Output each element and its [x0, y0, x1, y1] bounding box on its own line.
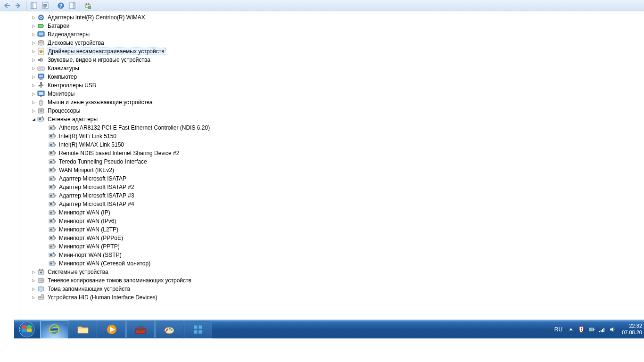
tree-category-label: Батареи — [47, 23, 70, 29]
action-center-icon[interactable] — [578, 326, 585, 333]
tree-category[interactable]: ▷Устройства HID (Human Interface Devices… — [19, 293, 644, 302]
expand-icon[interactable]: ▷ — [31, 295, 36, 300]
usb-icon — [37, 82, 45, 89]
expand-icon[interactable]: ▷ — [31, 278, 36, 283]
keyboard-icon — [37, 65, 45, 72]
tree-category[interactable]: ▷Системные устройства — [19, 268, 644, 276]
expand-icon[interactable]: ▷ — [31, 66, 36, 71]
tree-category[interactable]: ▷Мыши и иные указывающие устройства — [19, 98, 644, 107]
expand-icon[interactable]: ▷ — [31, 82, 36, 88]
tree-category[interactable]: ▷Компьютер — [19, 73, 644, 81]
expand-icon[interactable]: ▷ — [31, 91, 36, 97]
expand-icon[interactable]: ▷ — [31, 269, 36, 275]
tree-device[interactable]: Адаптер Microsoft ISATAP #4 — [19, 200, 644, 208]
expand-icon[interactable]: ▷ — [31, 99, 36, 105]
show-hide-console-tree-button[interactable] — [29, 1, 39, 10]
tree-device-label: Адаптер Microsoft ISATAP #2 — [58, 184, 135, 190]
toolbar-separator — [80, 1, 80, 10]
expand-icon[interactable]: ▷ — [31, 57, 36, 63]
show-hidden-icons[interactable] — [567, 326, 575, 333]
tree-device[interactable]: Atheros AR8132 PCI-E Fast Ethernet Contr… — [19, 123, 644, 132]
svg-rect-40 — [601, 330, 602, 332]
action-pane-button[interactable] — [67, 1, 77, 10]
tree-device[interactable]: Минипорт WAN (PPPoE) — [19, 234, 644, 242]
tree-spacer — [42, 193, 48, 198]
tree-category[interactable]: ▷Процессоры — [19, 107, 644, 115]
svg-rect-3 — [43, 4, 47, 5]
clock[interactable]: 22:32 07.08.20 — [619, 323, 642, 335]
tree-device[interactable]: Адаптер Microsoft ISATAP #2 — [19, 183, 644, 191]
mouse-icon — [37, 99, 45, 106]
tree-device[interactable]: Адаптер Microsoft ISATAP — [19, 174, 644, 183]
tree-category[interactable]: ▷Мониторы — [19, 90, 644, 98]
explorer-icon — [77, 324, 89, 335]
task-items — [40, 320, 212, 338]
tree-category-label: Теневое копирование томов запоминающих у… — [47, 277, 192, 284]
tree-device[interactable]: Intel(R) WiFi Link 5150 — [19, 132, 644, 140]
tree-category[interactable]: ▷Контроллеры USB — [19, 81, 644, 90]
back-button[interactable] — [2, 1, 12, 10]
tree-category-label: Дисковые устройства — [47, 40, 105, 46]
properties-button[interactable] — [40, 1, 50, 10]
tree-device[interactable]: Remote NDIS based Internet Sharing Devic… — [19, 149, 644, 157]
nic-icon — [49, 132, 56, 140]
language-indicator[interactable]: RU — [553, 326, 564, 333]
tree-category[interactable]: ◢Сетевые адаптеры — [19, 115, 644, 123]
svg-rect-5 — [43, 6, 47, 7]
expand-icon[interactable]: ▷ — [31, 23, 36, 29]
tree-device[interactable]: Минипорт WAN (IP) — [19, 208, 644, 217]
tree-category[interactable]: ▷Батареи — [19, 22, 644, 30]
expand-icon[interactable]: ▷ — [31, 49, 36, 54]
tree-category[interactable]: ▷Адаптеры Intel(R) Centrino(R) WiMAX — [19, 13, 644, 22]
tree-category-label: Тома запоминающих устройств — [47, 286, 131, 292]
device-tree[interactable]: ▷Адаптеры Intel(R) Centrino(R) WiMAX▷Бат… — [19, 13, 644, 302]
tree-category[interactable]: ▷Звуковые, видео и игровые устройства — [19, 56, 644, 64]
nic-icon — [49, 243, 56, 250]
tree-category[interactable]: ▷Теневое копирование томов запоминающих … — [19, 276, 644, 285]
tree-category[interactable]: ▷Драйверы несамонастраиваемых устройств — [19, 47, 644, 56]
tree-device[interactable]: Минипорт WAN (L2TP) — [19, 225, 644, 234]
nic-icon — [49, 158, 56, 165]
scan-hardware-button[interactable] — [83, 1, 93, 10]
expand-icon[interactable]: ▷ — [31, 108, 36, 114]
tree-device[interactable]: Минипорт WAN (IPv6) — [19, 217, 644, 225]
volume-icon[interactable] — [609, 326, 616, 333]
expand-icon[interactable]: ▷ — [31, 74, 36, 80]
tree-device[interactable]: Мини-порт WAN (SSTP) — [19, 251, 644, 259]
tree-category[interactable]: ▷Видеоадаптеры — [19, 30, 644, 39]
tree-category[interactable]: ▷Клавиатуры — [19, 64, 644, 73]
taskbar-item-explorer[interactable] — [69, 321, 97, 338]
taskbar-item-wmp[interactable] — [98, 321, 126, 338]
start-button[interactable] — [14, 320, 40, 339]
toolbar-separator — [26, 1, 26, 10]
taskbar-item-control[interactable] — [184, 321, 212, 338]
power-icon[interactable] — [588, 326, 595, 333]
network-icon[interactable] — [598, 326, 606, 333]
tree-device[interactable]: Минипорт WAN (PPTP) — [19, 242, 644, 251]
help-button[interactable]: ? — [56, 1, 66, 10]
tree-category[interactable]: ▷Дисковые устройства — [19, 39, 644, 47]
tree-category[interactable]: ▷Тома запоминающих устройств — [19, 285, 644, 293]
volume-icon — [37, 285, 45, 293]
tree-device[interactable]: Teredo Tunneling Pseudo-Interface — [19, 157, 644, 166]
tree-device[interactable]: Intel(R) WiMAX Link 5150 — [19, 140, 644, 149]
svg-rect-39 — [599, 331, 600, 332]
tree-category-label: Компьютер — [47, 74, 78, 80]
expand-icon[interactable]: ▷ — [31, 286, 36, 292]
expand-icon[interactable]: ▷ — [31, 15, 36, 20]
taskbar-item-devmgr[interactable] — [126, 321, 155, 338]
taskbar-item-paint[interactable] — [155, 321, 183, 338]
tree-device-label: Адаптер Microsoft ISATAP — [58, 175, 127, 182]
system-icon — [37, 268, 45, 276]
tree-device[interactable]: Минипорт WAN (Сетевой монитор) — [19, 259, 644, 268]
tree-spacer — [42, 218, 48, 224]
forward-button[interactable] — [13, 1, 24, 10]
tree-device[interactable]: WAN Miniport (IKEv2) — [19, 166, 644, 174]
expand-icon[interactable]: ▷ — [31, 32, 36, 37]
taskbar-item-ie[interactable] — [40, 321, 68, 338]
tree-device[interactable]: Адаптер Microsoft ISATAP #3 — [19, 191, 644, 200]
collapse-icon[interactable]: ◢ — [31, 116, 36, 122]
tree-spacer — [42, 133, 48, 139]
expand-icon[interactable]: ▷ — [31, 40, 36, 46]
nic-icon — [49, 149, 56, 157]
